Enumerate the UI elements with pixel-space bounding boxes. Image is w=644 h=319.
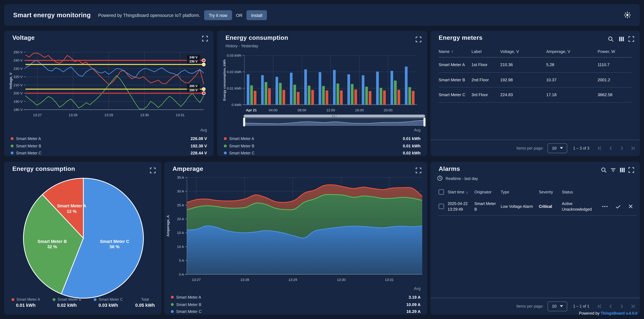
bar (412, 91, 414, 105)
select-all-checkbox[interactable] (439, 189, 444, 195)
fullscreen-icon[interactable] (416, 36, 422, 42)
try-it-now-button[interactable]: Try it now (204, 10, 232, 20)
svg-text:230 V: 230 V (14, 67, 22, 71)
timewindow-button[interactable]: Realtime - last day (437, 176, 478, 181)
fullscreen-icon[interactable] (628, 36, 634, 42)
amperage-area-chart: 35 A30 A25 A20 A15 A10 A5 A0 A13:2713:28… (164, 172, 427, 288)
last-page-icon[interactable] (630, 145, 636, 151)
bar (279, 83, 282, 105)
svg-text:20 A: 20 A (177, 217, 184, 221)
column-header-label[interactable]: Label (472, 49, 500, 54)
legend-item[interactable]: Smart Meter B10.09 A (171, 301, 420, 308)
column-header-power[interactable]: Power, W (598, 49, 632, 54)
fullscreen-icon[interactable] (150, 168, 156, 173)
legend-item[interactable]: Smart Meter A3.19 A (171, 294, 420, 301)
column-header-type[interactable]: Type (501, 190, 539, 194)
first-page-icon[interactable] (597, 145, 602, 151)
legend-item[interactable]: Smart Meter A0.01 kWh (224, 135, 420, 142)
table-cell: 1110.7 (598, 62, 632, 67)
svg-text:13:27: 13:27 (33, 113, 42, 117)
first-page-icon[interactable] (597, 303, 602, 309)
column-header-originator[interactable]: Originator (474, 190, 501, 194)
legend-avg-value: 228.44 V (190, 151, 207, 155)
bar (333, 70, 336, 104)
next-page-icon[interactable] (619, 145, 625, 151)
filter-icon[interactable] (610, 167, 616, 173)
fullscreen-icon[interactable] (628, 167, 634, 173)
last-page-icon[interactable] (630, 303, 636, 309)
bar (354, 90, 357, 105)
bar (247, 74, 250, 105)
widget-title: Energy consumption (226, 34, 288, 41)
or-text: OR (236, 12, 242, 18)
acknowledge-icon[interactable] (615, 204, 621, 209)
legend-item[interactable]: Smart Meter C16.29 A (171, 308, 420, 315)
legend-label: Total (135, 298, 155, 302)
column-header-start-time[interactable]: Start time↓ (448, 190, 474, 194)
navigator-left-handle[interactable] (243, 118, 245, 126)
items-per-page-select[interactable]: 10 (548, 301, 568, 311)
legend-label: Smart Meter A (224, 136, 254, 141)
bar (326, 90, 328, 104)
row-checkbox[interactable] (439, 204, 444, 209)
table-row[interactable]: Smart Meter B2nd Floor192.9810.372001.2 (439, 72, 632, 88)
bar (365, 86, 368, 104)
column-header-amperage[interactable]: Amperage, V (546, 49, 598, 54)
prev-page-icon[interactable] (608, 303, 614, 309)
bar (380, 88, 382, 105)
table-row[interactable]: Smart Meter C3rd Floor224.8317.183862.58 (439, 88, 632, 102)
navigator-preview[interactable] (244, 118, 425, 126)
column-header-status[interactable]: Status (562, 190, 600, 194)
install-button[interactable]: Install (246, 10, 267, 20)
table-row[interactable]: Smart Meter A1st Floor210.365.281110.7 (439, 58, 632, 72)
navigator-right-handle[interactable] (424, 118, 426, 126)
svg-text:13:31: 13:31 (385, 278, 394, 282)
legend-item[interactable]: Smart Meter C0.02 kWh (224, 150, 420, 157)
svg-text:15 A: 15 A (177, 231, 184, 235)
bar (250, 85, 253, 105)
legend-item[interactable]: Smart Meter C228.44 V (11, 150, 207, 157)
legend-item[interactable]: Smart Meter B0.01 kWh (224, 142, 420, 150)
amperage-legend: AvgSmart Meter A3.19 ASmart Meter B10.09… (171, 286, 420, 315)
clear-alarm-icon[interactable] (628, 204, 633, 209)
pie-legend-item[interactable]: Smart Meter C0.03 kWh (94, 298, 123, 308)
bar (376, 72, 379, 105)
column-header-name[interactable]: Name↑ (439, 49, 472, 54)
thingsboard-version-link[interactable]: ThingsBoard v.4.0.0 (600, 311, 638, 316)
pie-legend-item[interactable]: Total0.05 kWh (135, 298, 155, 308)
svg-text:250 V: 250 V (14, 50, 22, 54)
powered-by-footer: Powered by ThingsBoard v.4.0.0 (579, 311, 638, 316)
svg-text:13:29: 13:29 (104, 113, 113, 117)
navigator-scrollbar[interactable] (244, 115, 425, 118)
items-per-page-select[interactable]: 10 (548, 143, 568, 153)
legend-avg-value: 16.29 A (406, 309, 421, 314)
bar (265, 82, 267, 105)
search-icon[interactable] (601, 167, 607, 173)
energy-consumption-bars-widget: Energy consumption History - Yesterday 0… (217, 31, 427, 156)
columns-icon[interactable] (620, 167, 625, 173)
legend-item[interactable]: Smart Meter A226.08 V (11, 135, 207, 142)
svg-text:12:00: 12:00 (326, 108, 335, 112)
page-title: Smart energy monitoring (13, 11, 91, 19)
theme-toggle-sun-icon[interactable] (624, 12, 631, 18)
fullscreen-icon[interactable] (202, 36, 208, 42)
search-icon[interactable] (608, 36, 614, 42)
more-actions-icon[interactable]: ••• (602, 204, 608, 208)
column-header-severity[interactable]: Severity (539, 190, 562, 194)
energy-meters-widget: Energy meters Name↑ Label Voltage, V Amp… (430, 31, 640, 156)
pie-legend-item[interactable]: Smart Meter A0.01 kWh (12, 298, 40, 308)
svg-text:Energy consumption, kWh: Energy consumption, kWh (222, 59, 226, 101)
legend-item[interactable]: Smart Meter B192.38 V (11, 142, 207, 150)
svg-text:13:31: 13:31 (176, 113, 185, 117)
pie-legend-item[interactable]: Smart Meter B0.02 kWh (52, 298, 82, 308)
scrollbar-grip-icon[interactable] (332, 115, 336, 117)
page-range-text: 1 – 1 of 1 (573, 304, 589, 308)
next-page-icon[interactable] (619, 303, 625, 309)
column-header-voltage[interactable]: Voltage, V (500, 49, 546, 54)
bar (369, 91, 371, 105)
energy-bars-legend: AvgSmart Meter A0.01 kWhSmart Meter B0.0… (224, 128, 420, 157)
alarm-row[interactable]: 2025-04-2213:29:49 Smart MeterB Low Volt… (439, 198, 637, 216)
prev-page-icon[interactable] (608, 145, 614, 151)
columns-icon[interactable] (618, 36, 624, 42)
svg-text:20:00: 20:00 (384, 108, 392, 112)
